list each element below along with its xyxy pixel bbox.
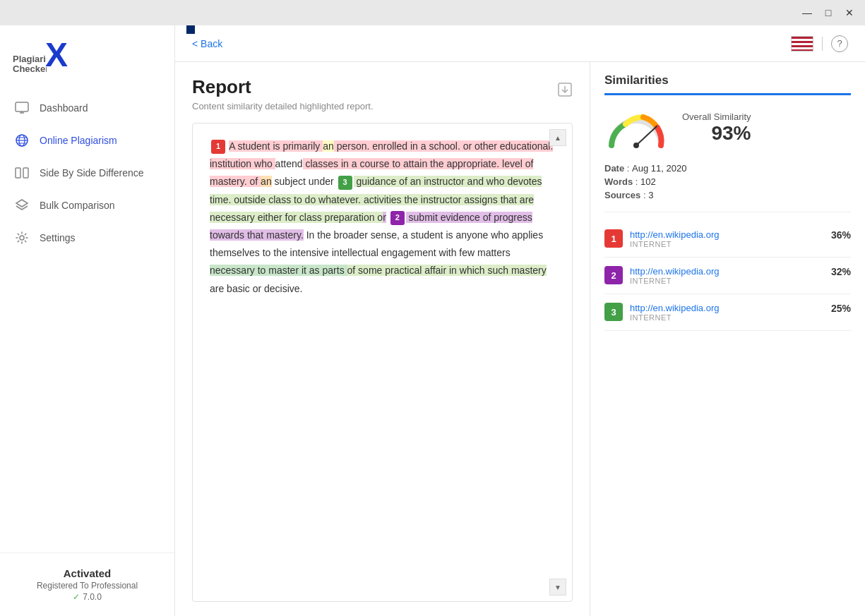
source-type-3: INTERNET: [630, 313, 824, 322]
stats-date: Date : Aug 11, 2020: [604, 163, 851, 174]
sidebar-item-dashboard[interactable]: Dashboard: [0, 92, 174, 124]
date-label: Date: [604, 163, 624, 174]
source-item-1: 1 http://en.wikipedia.org INTERNET 36%: [604, 221, 851, 258]
source-item-2: 2 http://en.wikipedia.org INTERNET 32%: [604, 258, 851, 294]
sidebar-label-settings: Settings: [40, 232, 76, 243]
export-button[interactable]: [557, 82, 573, 101]
source-info-2: http://en.wikipedia.org INTERNET: [630, 266, 824, 285]
sidebar-label-side-by-side: Side By Side Difference: [40, 167, 144, 179]
top-navigation: < Back ?: [175, 25, 865, 62]
source-type-2: INTERNET: [630, 277, 824, 285]
help-button[interactable]: ?: [831, 35, 848, 52]
title-bar: — □ ✕: [0, 0, 865, 25]
stats-divider: [604, 212, 851, 212]
source-url-1[interactable]: http://en.wikipedia.org: [630, 229, 824, 240]
source-url-3[interactable]: http://en.wikipedia.org: [630, 303, 824, 313]
logo-x-letter: X: [45, 38, 68, 72]
stats-sources: Sources : 3: [604, 190, 851, 200]
report-section: Report Content similarity detailed highl…: [175, 62, 865, 616]
language-flag[interactable]: [791, 36, 813, 52]
source-item-3: 3 http://en.wikipedia.org INTERNET 25%: [604, 294, 851, 331]
hl-an: an: [323, 140, 334, 152]
report-title: Report: [192, 76, 374, 98]
document-container: ▲ 1 A student is primarily an person. en…: [192, 123, 573, 602]
svg-marker-12: [16, 200, 28, 207]
date-value: Aug 11, 2020: [632, 163, 686, 174]
sidebar-item-online-plagiarism[interactable]: Online Plagiarism: [0, 124, 174, 157]
overall-similarity-label: Overall Similarity: [682, 111, 751, 122]
svg-rect-10: [16, 168, 20, 178]
text-subject: subject under: [275, 176, 337, 187]
source-pct-1: 36%: [831, 229, 851, 241]
source-badge-1: 1: [211, 140, 225, 154]
close-button[interactable]: ✕: [840, 5, 859, 20]
text-are: are basic or decisive.: [210, 283, 303, 294]
text-attend: attend: [275, 158, 303, 169]
similarities-title: Similarities: [604, 73, 851, 95]
minimize-button[interactable]: —: [797, 5, 817, 20]
svg-rect-2: [16, 102, 28, 111]
document-panel: Report Content similarity detailed highl…: [175, 62, 590, 616]
top-nav-right: ?: [791, 35, 848, 52]
back-button[interactable]: < Back: [192, 38, 222, 49]
logo-area: Plagiarism Checker X: [0, 25, 174, 86]
source-badge-large-3: 3: [604, 303, 623, 321]
nav-divider: [822, 37, 823, 51]
globe-icon: [14, 133, 30, 148]
maximize-button[interactable]: □: [818, 5, 838, 20]
words-label: Words: [604, 176, 633, 187]
source-pct-2: 32%: [831, 266, 851, 277]
version-info: ✓ 7.0.0: [14, 592, 160, 602]
source-badge-large-2: 2: [604, 266, 623, 284]
stats-words: Words : 102: [604, 176, 851, 187]
nav-menu: Dashboard Online Plagiarism: [0, 86, 174, 552]
gauge-value: Overall Similarity 93%: [682, 111, 751, 145]
registration-info: Registered To Professional: [14, 581, 160, 591]
sidebar-item-settings[interactable]: Settings: [0, 222, 174, 254]
sidebar-label-bulk-comparison: Bulk Comparison: [40, 200, 115, 211]
source-badge-3: 3: [338, 176, 352, 190]
sidebar-item-side-by-side[interactable]: Side By Side Difference: [0, 157, 174, 189]
source-badge-2: 2: [390, 211, 405, 225]
sources-label: Sources: [604, 190, 640, 200]
sources-value: 3: [648, 190, 653, 200]
hl-necessary: necessary to master it as parts: [210, 265, 347, 276]
activation-status: Activated: [14, 567, 160, 579]
main-content: < Back ?: [175, 25, 865, 616]
gauge-area: Overall Similarity 93%: [604, 107, 851, 149]
svg-point-13: [20, 236, 24, 240]
source-type-1: INTERNET: [630, 240, 824, 248]
overall-similarity-value: 93%: [682, 122, 751, 145]
source-pct-3: 25%: [831, 303, 851, 314]
sidebar-label-online-plagiarism: Online Plagiarism: [40, 135, 117, 146]
logo-icon: Plagiarism Checker: [11, 40, 47, 75]
sidebar: Plagiarism Checker X Dashboard: [0, 25, 175, 616]
text-space2: [386, 212, 389, 223]
words-value: 102: [640, 176, 656, 187]
svg-point-17: [633, 143, 639, 148]
layers-icon: [14, 198, 30, 213]
scroll-up-button[interactable]: ▲: [549, 129, 566, 146]
sidebar-footer: Activated Registered To Professional ✓ 7…: [0, 552, 174, 616]
text-few: few: [459, 247, 475, 258]
svg-rect-11: [23, 168, 28, 178]
hl-of-some: of some practical affair in which such m…: [347, 265, 547, 276]
hl-student: A student is primarily: [229, 140, 323, 152]
source-info-1: http://en.wikipedia.org INTERNET: [630, 229, 824, 248]
columns-icon: [14, 165, 30, 181]
hl-an2: an: [261, 176, 272, 187]
svg-text:Checker: Checker: [13, 64, 47, 74]
document-text: 1 A student is primarily an person. enro…: [193, 123, 572, 312]
source-url-2[interactable]: http://en.wikipedia.org: [630, 266, 824, 277]
version-number: 7.0.0: [83, 592, 102, 602]
sidebar-item-bulk-comparison[interactable]: Bulk Comparison: [0, 189, 174, 222]
svg-text:Plagiarism: Plagiarism: [13, 54, 47, 64]
report-subtitle: Content similarity detailed highlighted …: [192, 101, 374, 111]
source-badge-large-1: 1: [604, 229, 623, 248]
monitor-icon: [14, 100, 30, 116]
similarities-panel: Similarities: [590, 62, 865, 616]
check-icon: ✓: [73, 592, 80, 602]
scroll-down-button[interactable]: ▼: [549, 579, 566, 596]
svg-line-16: [636, 126, 657, 145]
stats-section: Date : Aug 11, 2020 Words : 102 Sources …: [604, 163, 851, 203]
